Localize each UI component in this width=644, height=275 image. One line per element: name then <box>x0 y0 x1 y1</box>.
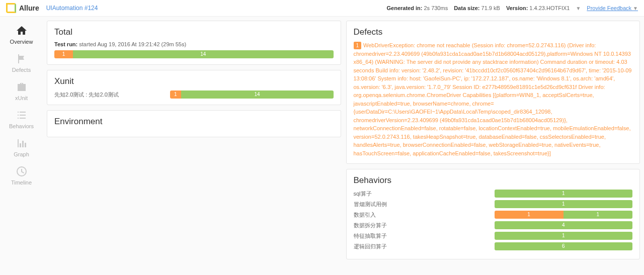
behavior-bar: 4 <box>495 221 633 229</box>
logo-text: Allure <box>19 4 39 12</box>
nav-timeline[interactable]: Timeline <box>0 161 43 190</box>
total-bar: 1 14 <box>54 50 334 58</box>
behavior-row[interactable]: 数据引入11 <box>354 211 633 219</box>
behavior-row[interactable]: 逻辑回归算子6 <box>354 242 633 250</box>
behavior-bar: 11 <box>495 211 633 219</box>
behavior-label: 冒烟测试用例 <box>354 201 490 208</box>
nav-label: Timeline <box>11 179 32 186</box>
behavior-label: 特征抽取算子 <box>354 232 490 240</box>
defect-item[interactable]: 1WebDriverException: chrome not reachabl… <box>354 41 633 157</box>
nav-xunit[interactable]: xUnit <box>0 77 43 105</box>
xunit-panel: Xunit 先知2.0测试 : 先知2.0测试 1 14 <box>47 70 341 105</box>
total-bar-broken[interactable]: 1 <box>54 50 73 58</box>
total-panel: Total Test run: started Aug 19, 2016 At … <box>47 21 341 65</box>
nav-graph[interactable]: Graph <box>0 133 43 161</box>
behavior-bar-seg: 1 <box>495 232 633 240</box>
behavior-bar: 1 <box>495 232 633 240</box>
behavior-label: 数据拆分算子 <box>354 222 490 229</box>
nav-label: Overview <box>10 39 33 45</box>
behavior-bar-seg: 1 <box>495 190 633 198</box>
behavior-bar-seg: 1 <box>495 211 564 219</box>
version: Version: 1.4.23.HOTFIX1 <box>506 5 570 11</box>
defects-panel: Defects 1WebDriverException: chrome not … <box>346 21 640 164</box>
behavior-bar-seg: 4 <box>495 221 633 229</box>
behavior-bar: 6 <box>495 242 633 250</box>
behavior-label: sql算子 <box>354 190 490 198</box>
nav-label: Defects <box>12 67 31 73</box>
generated-in: Generated in: 2s 730ms <box>386 5 448 11</box>
sidebar: Overview Defects xUnit Behaviors Graph T… <box>0 17 43 275</box>
total-bar-passed[interactable]: 14 <box>73 50 333 58</box>
chart-icon <box>16 137 28 149</box>
behavior-row[interactable]: 数据拆分算子4 <box>354 221 633 229</box>
behaviors-panel: Behaviors sql算子1冒烟测试用例1数据引入11数据拆分算子4特征抽取… <box>346 169 640 259</box>
flag-icon <box>16 53 28 65</box>
behavior-bar-seg: 6 <box>495 242 633 250</box>
xunit-row-label: 先知2.0测试 : 先知2.0测试 <box>54 91 165 99</box>
briefcase-icon <box>16 81 28 93</box>
nav-defects[interactable]: Defects <box>0 49 43 77</box>
behavior-bar: 1 <box>495 190 633 198</box>
behavior-label: 逻辑回归算子 <box>354 243 490 250</box>
list-icon <box>16 109 28 121</box>
environment-title: Environment <box>54 117 334 127</box>
nav-label: Graph <box>14 151 29 157</box>
behavior-row[interactable]: 冒烟测试用例1 <box>354 200 633 208</box>
header: Allure UIAutomation #124 Generated in: 2… <box>0 0 644 17</box>
nav-label: Behaviors <box>9 123 34 129</box>
behavior-bar: 1 <box>495 200 633 208</box>
xunit-bar: 1 14 <box>170 90 334 99</box>
nav-behaviors[interactable]: Behaviors <box>0 105 43 133</box>
provide-feedback-link[interactable]: Provide Feedback ▼ <box>587 5 638 11</box>
xunit-bar-broken: 1 <box>170 90 181 99</box>
defects-title: Defects <box>354 27 633 37</box>
behavior-bar-seg: 1 <box>495 200 633 208</box>
version-dropdown[interactable]: ▼ <box>576 6 581 11</box>
nav-overview[interactable]: Overview <box>0 21 43 49</box>
xunit-row[interactable]: 先知2.0测试 : 先知2.0测试 1 14 <box>54 90 334 99</box>
project-link[interactable]: UIAutomation #124 <box>46 5 98 12</box>
behavior-row[interactable]: sql算子1 <box>354 190 633 198</box>
total-title: Total <box>54 27 334 37</box>
xunit-title: Xunit <box>54 76 334 86</box>
allure-logo-icon <box>6 3 16 13</box>
behaviors-title: Behaviors <box>354 175 633 186</box>
testrun-info: Test run: started Aug 19, 2016 At 19:21:… <box>54 41 334 47</box>
home-icon <box>16 25 28 37</box>
clock-icon <box>16 165 28 177</box>
behavior-row[interactable]: 特征抽取算子1 <box>354 232 633 240</box>
xunit-bar-passed: 14 <box>181 90 334 99</box>
nav-label: xUnit <box>15 95 28 101</box>
defect-text: WebDriverException: chrome not reachable… <box>354 42 632 156</box>
behavior-bar-seg: 1 <box>564 211 632 219</box>
behavior-label: 数据引入 <box>354 211 490 219</box>
defect-count-badge: 1 <box>354 42 362 49</box>
environment-panel: Environment <box>47 110 341 137</box>
data-size: Data size: 71.9 kB <box>454 5 500 11</box>
header-right: Generated in: 2s 730ms Data size: 71.9 k… <box>386 5 638 11</box>
